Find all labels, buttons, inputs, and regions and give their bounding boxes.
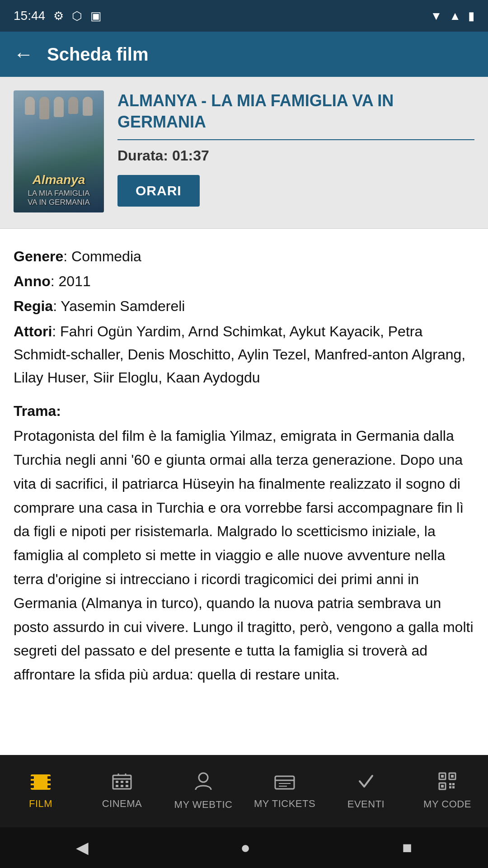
nav-item-mytickets[interactable]: MY TICKETS — [244, 773, 325, 810]
nav-label-mycode: MY CODE — [423, 798, 471, 810]
status-bar: 15:44 ⚙ ⬡ ▣ ▼ ▲ ▮ — [0, 0, 488, 32]
anno-label: Anno — [14, 273, 51, 289]
movie-title: ALMANYA - LA MIA FAMIGLIA VA IN GERMANIA — [117, 90, 474, 140]
nav-item-cinema[interactable]: CINEMA — [81, 773, 163, 810]
attori-value: Fahri Ogün Yardim, Arnd Schimkat, Aykut … — [14, 323, 465, 386]
svg-rect-31 — [449, 786, 451, 788]
anno-value: 2011 — [59, 273, 91, 289]
nav-label-mytickets: MY TICKETS — [254, 798, 315, 810]
settings-icon: ⚙ — [53, 9, 64, 23]
battery-icon: ▮ — [468, 9, 474, 23]
wifi-icon: ▼ — [431, 9, 442, 23]
poster-subtitle-text: LA MIA FAMIGLIAVA IN GERMANIA — [28, 189, 90, 207]
nav-label-mywebtic: MY WEBTIC — [174, 799, 233, 811]
sim-icon: ▣ — [90, 9, 102, 23]
regia-line: Regia: Yasemin Samdereli — [14, 295, 474, 318]
regia-label: Regia — [14, 298, 53, 314]
header: ← Scheda film — [0, 32, 488, 77]
svg-rect-30 — [452, 783, 455, 785]
attori-label: Attori — [14, 323, 52, 340]
attori-line: Attori: Fahri Ogün Yardim, Arnd Schimkat… — [14, 320, 474, 390]
svg-rect-4 — [47, 776, 51, 779]
svg-rect-6 — [47, 785, 51, 788]
nav-item-eventi[interactable]: EVENTI — [325, 772, 407, 810]
svg-rect-15 — [116, 785, 118, 787]
svg-rect-1 — [31, 776, 34, 779]
svg-rect-3 — [31, 785, 34, 788]
trama-section: Trama: Protagonista del film è la famigl… — [14, 403, 474, 687]
mytickets-icon — [274, 773, 295, 794]
eventi-icon — [358, 772, 374, 795]
svg-rect-28 — [441, 785, 444, 788]
nav-label-film: FILM — [29, 798, 52, 810]
svg-rect-16 — [121, 785, 123, 787]
svg-point-18 — [199, 773, 208, 782]
regia-value: Yasemin Samdereli — [61, 298, 185, 314]
svg-rect-19 — [275, 776, 294, 789]
nav-item-mywebtic[interactable]: MY WEBTIC — [163, 772, 244, 811]
orari-button[interactable]: ORARI — [117, 175, 200, 207]
svg-rect-12 — [116, 781, 118, 783]
sys-home-button[interactable]: ● — [240, 838, 250, 857]
shield-icon: ⬡ — [72, 9, 82, 23]
movie-poster: Almanya LA MIA FAMIGLIAVA IN GERMANIA — [14, 90, 104, 212]
system-nav: ◀ ● ■ — [0, 827, 488, 868]
trama-label: Trama: — [14, 403, 474, 420]
nav-label-cinema: CINEMA — [102, 798, 142, 810]
svg-rect-2 — [31, 781, 34, 783]
nav-item-mycode[interactable]: MY CODE — [407, 772, 488, 810]
anno-line: Anno: 2011 — [14, 270, 474, 293]
svg-rect-17 — [126, 785, 128, 787]
sys-recent-button[interactable]: ■ — [402, 838, 412, 857]
mywebtic-icon — [195, 772, 212, 795]
poster-title-text: Almanya — [28, 173, 90, 187]
svg-rect-32 — [452, 786, 455, 788]
status-time: 15:44 — [14, 9, 45, 23]
svg-rect-5 — [47, 781, 51, 783]
duration-label: Durata: — [117, 147, 168, 164]
svg-rect-26 — [441, 775, 444, 778]
movie-info: ALMANYA - LA MIA FAMIGLIA VA IN GERMANIA… — [117, 90, 474, 212]
svg-rect-27 — [451, 775, 454, 778]
mycode-icon — [438, 772, 456, 795]
trama-text: Protagonista del film è la famiglia Yilm… — [14, 424, 474, 687]
movie-card: Almanya LA MIA FAMIGLIAVA IN GERMANIA AL… — [0, 77, 488, 229]
duration-value: 01:37 — [172, 147, 209, 164]
film-icon — [31, 773, 51, 794]
svg-rect-7 — [35, 776, 47, 788]
sys-back-button[interactable]: ◀ — [76, 838, 89, 857]
genere-line: Genere: Commedia — [14, 245, 474, 268]
back-button[interactable]: ← — [14, 43, 33, 66]
cinema-icon — [112, 773, 132, 794]
svg-rect-13 — [121, 781, 123, 783]
status-right: ▼ ▲ ▮ — [431, 9, 474, 23]
genere-label: Genere — [14, 248, 63, 264]
bottom-nav: FILM CINEMA MY WEBTIC — [0, 755, 488, 827]
nav-label-eventi: EVENTI — [347, 798, 385, 810]
signal-icon: ▲ — [449, 9, 461, 23]
page-title: Scheda film — [47, 44, 149, 65]
svg-rect-14 — [126, 781, 128, 783]
nav-item-film[interactable]: FILM — [0, 773, 81, 810]
status-left: 15:44 ⚙ ⬡ ▣ — [14, 9, 102, 23]
svg-rect-29 — [449, 783, 451, 785]
genere-value: Commedia — [71, 248, 141, 264]
details-section: Genere: Commedia Anno: 2011 Regia: Yasem… — [0, 229, 488, 755]
movie-duration: Durata: 01:37 — [117, 147, 474, 164]
